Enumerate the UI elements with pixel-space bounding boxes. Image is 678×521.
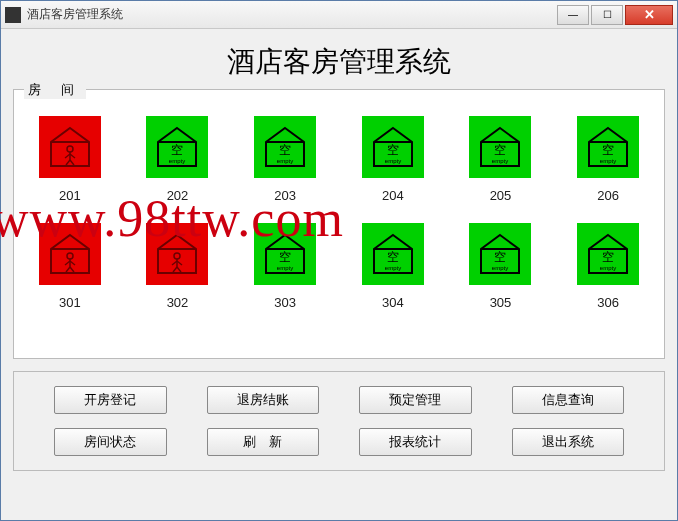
room-icon-box	[39, 116, 101, 178]
house-occupied-icon	[48, 232, 92, 276]
svg-text:empty: empty	[492, 265, 508, 271]
house-empty-icon: 空empty	[586, 232, 630, 276]
svg-text:empty: empty	[169, 158, 185, 164]
svg-line-6	[66, 160, 70, 165]
svg-point-2	[67, 146, 73, 152]
room-cell-206[interactable]: 空empty206	[566, 116, 650, 203]
room-cell-202[interactable]: 空empty202	[136, 116, 220, 203]
room-number-label: 201	[59, 188, 81, 203]
svg-point-38	[174, 253, 180, 259]
room-icon-box: 空empty	[254, 223, 316, 285]
close-button[interactable]: ✕	[625, 5, 673, 25]
room-number-label: 303	[274, 295, 296, 310]
svg-text:empty: empty	[385, 265, 401, 271]
room-cell-205[interactable]: 空empty205	[459, 116, 543, 203]
house-occupied-icon	[155, 232, 199, 276]
svg-text:空: 空	[602, 143, 614, 157]
content-area: 酒店客房管理系统 房 间 201空empty202空empty203空empty…	[1, 29, 677, 520]
app-icon	[5, 7, 21, 23]
svg-text:空: 空	[494, 143, 506, 157]
svg-text:空: 空	[602, 250, 614, 264]
refresh-button[interactable]: 刷 新	[207, 428, 320, 456]
room-cell-306[interactable]: 空empty306	[566, 223, 650, 310]
room-number-label: 304	[382, 295, 404, 310]
rooms-panel-label: 房 间	[24, 81, 86, 99]
room-cell-201[interactable]: 201	[28, 116, 112, 203]
room-cell-305[interactable]: 空empty305	[459, 223, 543, 310]
svg-text:empty: empty	[492, 158, 508, 164]
room-grid: 201空empty202空empty203空empty204空empty205空…	[28, 116, 650, 310]
room-number-label: 204	[382, 188, 404, 203]
svg-text:空: 空	[279, 250, 291, 264]
svg-line-7	[70, 160, 74, 165]
house-empty-icon: 空empty	[478, 232, 522, 276]
svg-text:空: 空	[279, 143, 291, 157]
room-number-label: 206	[597, 188, 619, 203]
exit-button[interactable]: 退出系统	[512, 428, 625, 456]
room-icon-box: 空empty	[577, 223, 639, 285]
room-icon-box: 空empty	[469, 223, 531, 285]
page-title: 酒店客房管理系统	[13, 43, 665, 81]
room-cell-203[interactable]: 空empty203	[243, 116, 327, 203]
svg-text:empty: empty	[277, 158, 293, 164]
button-panel: 开房登记 退房结账 预定管理 信息查询 房间状态 刷 新 报表统计 退出系统	[13, 371, 665, 471]
house-empty-icon: 空empty	[155, 125, 199, 169]
room-cell-204[interactable]: 空empty204	[351, 116, 435, 203]
house-empty-icon: 空empty	[263, 232, 307, 276]
svg-line-42	[173, 267, 177, 272]
minimize-button[interactable]: —	[557, 5, 589, 25]
svg-line-43	[177, 267, 181, 272]
room-icon-box	[146, 223, 208, 285]
room-icon-box: 空empty	[146, 116, 208, 178]
rooms-panel: 房 间 201空empty202空empty203空empty204空empty…	[13, 89, 665, 359]
room-number-label: 203	[274, 188, 296, 203]
room-number-label: 302	[167, 295, 189, 310]
house-empty-icon: 空empty	[586, 125, 630, 169]
room-icon-box: 空empty	[469, 116, 531, 178]
room-icon-box: 空empty	[577, 116, 639, 178]
svg-text:空: 空	[494, 250, 506, 264]
room-icon-box: 空empty	[254, 116, 316, 178]
house-empty-icon: 空empty	[371, 232, 415, 276]
svg-point-30	[67, 253, 73, 259]
app-window: 酒店客房管理系统 — ☐ ✕ 酒店客房管理系统 房 间 201空empty202…	[0, 0, 678, 521]
room-cell-303[interactable]: 空empty303	[243, 223, 327, 310]
svg-text:empty: empty	[277, 265, 293, 271]
room-icon-box: 空empty	[362, 223, 424, 285]
report-button[interactable]: 报表统计	[359, 428, 472, 456]
svg-text:empty: empty	[600, 158, 616, 164]
room-number-label: 205	[490, 188, 512, 203]
room-icon-box	[39, 223, 101, 285]
svg-line-35	[70, 267, 74, 272]
room-number-label: 305	[490, 295, 512, 310]
window-title: 酒店客房管理系统	[27, 6, 555, 23]
house-occupied-icon	[48, 125, 92, 169]
window-controls: — ☐ ✕	[555, 5, 673, 25]
room-cell-304[interactable]: 空empty304	[351, 223, 435, 310]
titlebar: 酒店客房管理系统 — ☐ ✕	[1, 1, 677, 29]
query-button[interactable]: 信息查询	[512, 386, 625, 414]
reservation-button[interactable]: 预定管理	[359, 386, 472, 414]
svg-text:empty: empty	[385, 158, 401, 164]
svg-text:空: 空	[171, 143, 183, 157]
room-status-button[interactable]: 房间状态	[54, 428, 167, 456]
svg-text:空: 空	[387, 250, 399, 264]
svg-line-34	[66, 267, 70, 272]
room-number-label: 301	[59, 295, 81, 310]
maximize-button[interactable]: ☐	[591, 5, 623, 25]
checkin-button[interactable]: 开房登记	[54, 386, 167, 414]
house-empty-icon: 空empty	[371, 125, 415, 169]
room-cell-301[interactable]: 301	[28, 223, 112, 310]
house-empty-icon: 空empty	[263, 125, 307, 169]
room-number-label: 306	[597, 295, 619, 310]
house-empty-icon: 空empty	[478, 125, 522, 169]
room-cell-302[interactable]: 302	[136, 223, 220, 310]
room-icon-box: 空empty	[362, 116, 424, 178]
svg-text:空: 空	[387, 143, 399, 157]
checkout-button[interactable]: 退房结账	[207, 386, 320, 414]
svg-text:empty: empty	[600, 265, 616, 271]
room-number-label: 202	[167, 188, 189, 203]
